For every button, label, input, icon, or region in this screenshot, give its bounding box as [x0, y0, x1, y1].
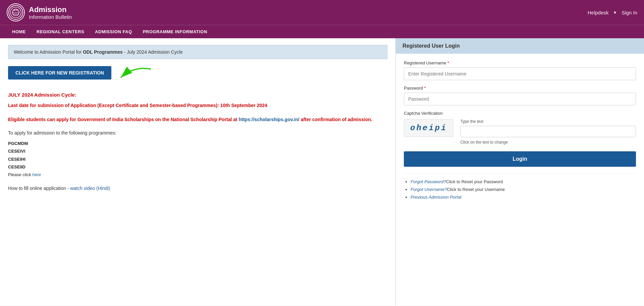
- username-label: Registered Username *: [404, 60, 636, 65]
- login-button[interactable]: Login: [404, 151, 636, 167]
- welcome-suffix: - July 2024 Admission Cycle: [123, 49, 183, 55]
- admission-cycle-heading: JULY 2024 Admission Cycle:: [8, 92, 387, 98]
- list-item: CESEIID: [8, 163, 387, 171]
- password-group: Password *: [404, 86, 636, 105]
- header: ignou THE PEOPLE'S UNIVERSITY Admission …: [0, 0, 644, 25]
- apply-text: To apply for admission to the following …: [8, 130, 387, 136]
- previous-portal-link[interactable]: Previous Admission Portal: [411, 195, 461, 200]
- scholarship-text-suffix: after confirmation of admission.: [300, 117, 372, 122]
- captcha-image[interactable]: oheipi: [404, 119, 453, 137]
- captcha-section: Captcha Verification oheipi Type the tex…: [404, 111, 636, 145]
- captcha-change-text: Click on the text to change: [460, 140, 636, 145]
- username-group: Registered Username *: [404, 60, 636, 80]
- helpdesk-arrow: ▾: [614, 10, 616, 15]
- helpdesk-link[interactable]: Helpdesk: [588, 10, 609, 15]
- how-to-text: How to fill online application -: [8, 186, 70, 191]
- scholarship-link[interactable]: https://scholarships.gov.in/: [239, 117, 300, 122]
- password-input[interactable]: [404, 93, 636, 105]
- nav-admission-faq[interactable]: ADMISSION FAQ: [90, 25, 138, 38]
- forgot-password-link[interactable]: Forgot Password?: [411, 179, 446, 184]
- green-arrow-icon: [114, 66, 154, 86]
- register-row: CLICK HERE FOR NEW REGISTRATION: [8, 66, 387, 86]
- list-item: CESEIVI: [8, 147, 387, 155]
- signin-link[interactable]: Sign In: [622, 10, 637, 15]
- password-required: *: [424, 86, 426, 91]
- username-required: *: [447, 60, 449, 65]
- logo-inner: ignou THE PEOPLE'S UNIVERSITY: [8, 5, 23, 20]
- captcha-type-label: Type the text: [460, 119, 636, 124]
- login-header: Registered User Login: [396, 38, 644, 54]
- ignou-logo: ignou THE PEOPLE'S UNIVERSITY: [7, 3, 25, 21]
- list-item: PGCMDM: [8, 140, 387, 147]
- captcha-row: oheipi Type the text Click on the text t…: [404, 119, 636, 145]
- welcome-banner: Welcome to Admission Portal for ODL Prog…: [8, 45, 387, 59]
- login-body: Registered Username * Password * Captcha…: [396, 54, 644, 209]
- header-title: Admission Information Bulletin: [29, 5, 72, 20]
- list-item: CESEIHI: [8, 155, 387, 163]
- password-label: Password *: [404, 86, 636, 91]
- here-link[interactable]: here: [32, 172, 41, 177]
- scholarship-para: Eligible students can apply for Governme…: [8, 116, 387, 123]
- last-date-para: Last date for submission of Application …: [8, 102, 387, 109]
- admission-title: Admission: [29, 5, 72, 14]
- svg-text:UNIVERSITY: UNIVERSITY: [13, 14, 19, 15]
- previous-portal-item: Previous Admission Portal: [411, 195, 636, 200]
- forgot-username-link[interactable]: Forgot Username?: [411, 187, 447, 192]
- nav-regional-centers[interactable]: REGIONAL CENTERS: [31, 25, 90, 38]
- nav-programme-information[interactable]: PROGRAMME INFORMATION: [138, 25, 213, 38]
- please-click-text: Please click: [8, 172, 32, 177]
- header-right: Helpdesk ▾ Sign In: [588, 10, 637, 15]
- captcha-input[interactable]: [460, 126, 636, 137]
- captcha-label: Captcha Verification: [404, 111, 636, 116]
- svg-text:ignou: ignou: [13, 9, 18, 11]
- please-click-item: Please click here: [8, 171, 387, 178]
- register-button[interactable]: CLICK HERE FOR NEW REGISTRATION: [8, 66, 111, 80]
- main-container: Welcome to Admission Portal for ODL Prog…: [0, 38, 644, 306]
- programmes-list: PGCMDM CESEIVI CESEIHI CESEIID Please cl…: [8, 140, 387, 179]
- welcome-bold: ODL Programmes: [83, 49, 123, 55]
- left-panel: Welcome to Admission Portal for ODL Prog…: [0, 38, 396, 306]
- svg-text:THE PEOPLE'S: THE PEOPLE'S: [12, 12, 19, 13]
- watch-video-link[interactable]: watch video (Hindi): [70, 186, 110, 191]
- how-to-para: How to fill online application - watch v…: [8, 186, 387, 191]
- forgot-username-item: Forgot Username?Click to Reset your User…: [411, 187, 636, 192]
- username-input[interactable]: [404, 67, 636, 80]
- forgot-password-item: Forgot Password?Click to Reset your Pass…: [411, 179, 636, 184]
- captcha-right: Type the text Click on the text to chang…: [460, 119, 636, 145]
- links-section: Forgot Password?Click to Reset your Pass…: [404, 173, 636, 200]
- welcome-text: Welcome to Admission Portal for: [14, 49, 83, 55]
- bulletin-subtitle: Information Bulletin: [29, 14, 72, 20]
- forgot-password-text: Click to Reset your Password: [446, 179, 503, 184]
- main-nav: HOME REGIONAL CENTERS ADMISSION FAQ PROG…: [0, 25, 644, 38]
- forgot-username-text: Click to Reset your Username: [447, 187, 505, 192]
- scholarship-text-prefix: Eligible students can apply for Governme…: [8, 117, 239, 122]
- header-left: ignou THE PEOPLE'S UNIVERSITY Admission …: [7, 3, 72, 21]
- nav-home[interactable]: HOME: [7, 25, 31, 38]
- right-panel: Registered User Login Registered Usernam…: [396, 38, 644, 306]
